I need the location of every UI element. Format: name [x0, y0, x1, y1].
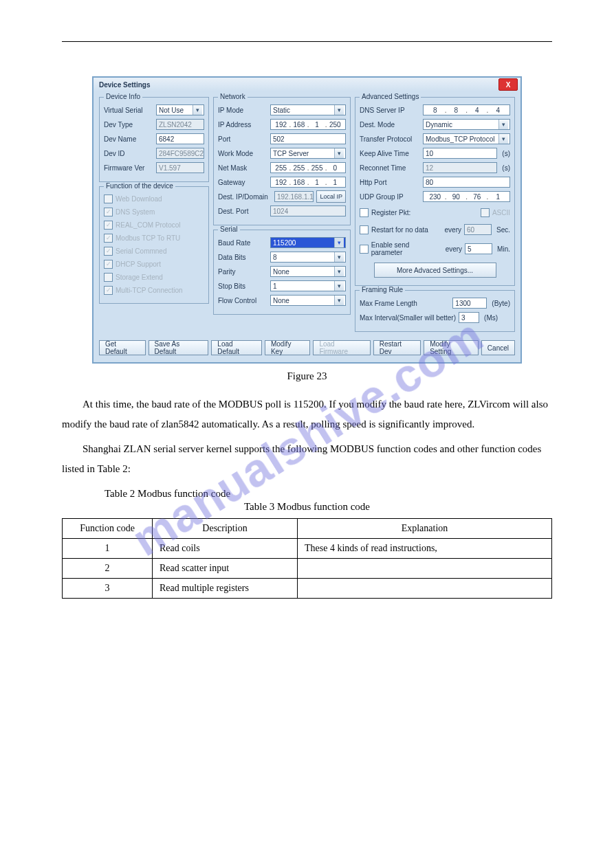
- restart-value-field[interactable]: 60: [464, 224, 492, 235]
- function-item: ✓REAL_COM Protocol: [104, 219, 204, 230]
- dev-id-field: 284FC9589C2B: [156, 148, 204, 159]
- dev-name-label: Dev Name: [104, 135, 153, 143]
- reconnect-field[interactable]: 12: [423, 162, 497, 173]
- port-label: Port: [218, 135, 267, 143]
- serial-group: Serial Baud Rate 115200 Data Bits 8 Pari…: [213, 230, 351, 315]
- function-label: Storage Extend: [116, 274, 163, 281]
- local-ip-button[interactable]: Local IP: [316, 190, 346, 203]
- firmware-field: V1.597: [156, 162, 204, 173]
- maxinterval-field[interactable]: 3: [459, 312, 479, 323]
- dest-mode-label: Dest. Mode: [360, 121, 420, 129]
- work-mode-label: Work Mode: [218, 150, 267, 157]
- button-row: Get Default Save As Default Load Default…: [94, 337, 520, 362]
- restart-dev-button[interactable]: Restart Dev: [373, 340, 421, 355]
- table-row: 1 Read coils These 4 kinds of read instr…: [63, 538, 552, 558]
- function-checkbox[interactable]: ✓: [104, 234, 113, 243]
- serial-legend: Serial: [218, 225, 240, 233]
- function-group: Function of the device Web Download✓DNS …: [99, 186, 209, 304]
- ascii-checkbox[interactable]: [481, 208, 490, 217]
- restart-unit: Sec.: [496, 226, 510, 234]
- baud-select[interactable]: 115200: [270, 237, 346, 248]
- modbus-table: Function code Description Explanation 1 …: [62, 518, 552, 599]
- ip-address-field[interactable]: 192. 168. 1. 250: [270, 119, 346, 130]
- table-row: 3 Read multiple registers: [63, 578, 552, 598]
- port-field[interactable]: 502: [270, 133, 346, 144]
- framing-group: Framing Rule Max Frame Length 1300 (Byte…: [355, 290, 515, 332]
- get-default-button[interactable]: Get Default: [99, 340, 146, 355]
- function-legend: Function of the device: [104, 182, 175, 190]
- dest-ip-field[interactable]: 192.168.1.149: [274, 191, 314, 202]
- titlebar: Device Settings X: [94, 78, 520, 91]
- function-checkbox[interactable]: ✓: [104, 208, 113, 216]
- dev-name-field[interactable]: 6842: [156, 133, 204, 144]
- function-checkbox[interactable]: ✓: [104, 247, 113, 256]
- firmware-label: Firmware Ver: [104, 164, 153, 172]
- close-button[interactable]: X: [498, 78, 518, 91]
- send-unit: Min.: [497, 245, 510, 253]
- dest-port-field[interactable]: 1024: [270, 205, 346, 216]
- parity-select[interactable]: None: [270, 266, 346, 277]
- function-checkbox[interactable]: [104, 194, 113, 203]
- send-param-checkbox[interactable]: [360, 245, 369, 254]
- keepalive-unit: (s): [502, 150, 510, 157]
- function-item: Storage Extend: [104, 271, 204, 282]
- function-checkbox[interactable]: [104, 273, 113, 282]
- maxframe-field[interactable]: 1300: [452, 298, 487, 309]
- maxinterval-unit: (Ms): [484, 314, 498, 322]
- th-desc: Description: [153, 518, 298, 538]
- dns-field[interactable]: 8. 8. 4. 4: [423, 104, 510, 115]
- parity-label: Parity: [218, 268, 267, 276]
- function-label: Serial Commned: [116, 247, 166, 255]
- restart-nodata-label: Restart for no data: [371, 226, 428, 234]
- dev-id-label: Dev ID: [104, 150, 153, 157]
- register-pkt-checkbox[interactable]: [360, 208, 369, 217]
- maxinterval-label: Max Interval(Smaller will better): [360, 314, 456, 322]
- virtual-serial-select[interactable]: Not Use: [156, 104, 204, 115]
- function-label: REAL_COM Protocol: [116, 221, 180, 229]
- netmask-field[interactable]: 255. 255. 255. 0: [270, 162, 346, 173]
- dev-type-label: Dev Type: [104, 121, 153, 129]
- flow-select[interactable]: None: [270, 295, 346, 306]
- http-field[interactable]: 80: [423, 177, 510, 188]
- function-item: ✓DHCP Support: [104, 258, 204, 269]
- udp-field[interactable]: 230. 90. 76. 1: [423, 191, 510, 202]
- work-mode-select[interactable]: TCP Server: [270, 148, 346, 159]
- transfer-select[interactable]: Modbus_TCP Protocol: [423, 133, 510, 144]
- restart-every-label: every: [445, 226, 461, 234]
- paragraph-1: At this time, the baud rate of the MODBU…: [62, 394, 552, 434]
- load-firmware-button[interactable]: Load Firmware: [313, 340, 370, 355]
- register-pkt-label: Register Pkt:: [371, 209, 410, 216]
- function-checkbox[interactable]: ✓: [104, 221, 113, 230]
- ip-mode-select[interactable]: Static: [270, 104, 346, 115]
- modify-key-button[interactable]: Modify Key: [265, 340, 310, 355]
- function-label: Modbus TCP To RTU: [116, 234, 180, 242]
- modify-setting-button[interactable]: Modify Setting: [424, 340, 479, 355]
- stopbits-select[interactable]: 1: [270, 280, 346, 291]
- transfer-label: Transfer Protocol: [360, 135, 420, 143]
- function-checkbox[interactable]: ✓: [104, 286, 113, 295]
- table-row: 2 Read scatter input: [63, 558, 552, 578]
- function-item: Web Download: [104, 193, 204, 204]
- device-settings-window: Device Settings X Device Info Virtual Se…: [92, 76, 522, 364]
- more-advanced-button[interactable]: More Advaced Settings...: [374, 263, 496, 278]
- save-default-button[interactable]: Save As Default: [149, 340, 209, 355]
- send-every-label: every: [446, 245, 462, 253]
- gateway-field[interactable]: 192. 168. 1. 1: [270, 177, 346, 188]
- function-checkbox[interactable]: ✓: [104, 260, 113, 269]
- cancel-button[interactable]: Cancel: [481, 340, 515, 355]
- dest-mode-select[interactable]: Dynamic: [423, 119, 510, 130]
- udp-label: UDP Group IP: [360, 193, 420, 201]
- load-default-button[interactable]: Load Default: [211, 340, 262, 355]
- stopbits-label: Stop Bits: [218, 282, 267, 290]
- send-value-field[interactable]: 5: [465, 243, 492, 254]
- ip-mode-label: IP Mode: [218, 107, 267, 114]
- dest-port-label: Dest. Port: [218, 208, 267, 215]
- figure-caption: Figure 23: [62, 370, 552, 382]
- close-icon: X: [506, 81, 511, 89]
- keepalive-field[interactable]: 10: [423, 148, 497, 159]
- dest-ip-label: Dest. IP/Domain: [218, 193, 272, 201]
- send-param-label: Enable send parameter: [371, 241, 441, 256]
- restart-nodata-checkbox[interactable]: [360, 225, 369, 234]
- databits-label: Data Bits: [218, 254, 267, 261]
- databits-select[interactable]: 8: [270, 252, 346, 263]
